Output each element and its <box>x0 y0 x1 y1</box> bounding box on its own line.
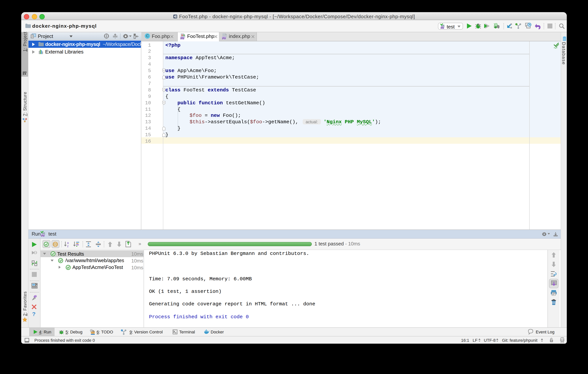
svg-text:z: z <box>67 244 69 247</box>
svg-text:T: T <box>551 340 552 342</box>
svg-text:php: php <box>41 234 44 237</box>
svg-text:php: php <box>222 37 226 39</box>
svg-text:a: a <box>67 241 69 244</box>
svg-text:php: php <box>441 27 444 29</box>
svg-text:php: php <box>180 37 184 39</box>
